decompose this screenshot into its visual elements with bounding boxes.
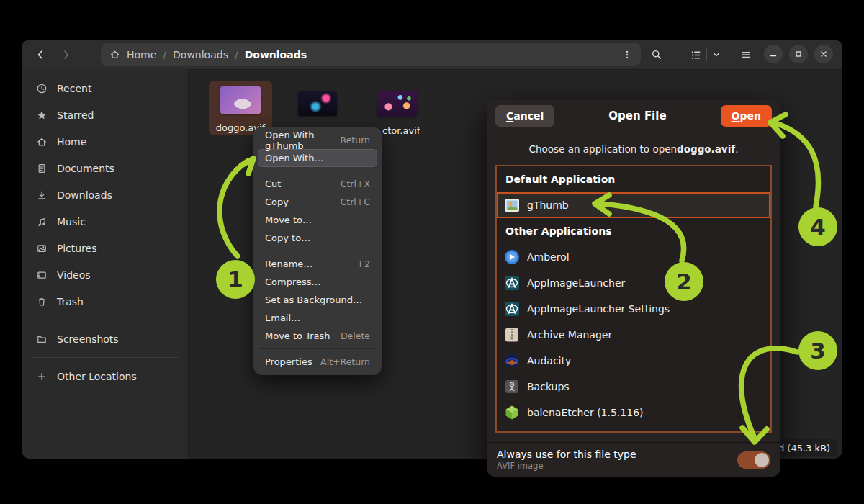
- appimagelauncher-icon: [504, 275, 520, 291]
- maximize-button[interactable]: [789, 45, 808, 63]
- app-name: Archive Manager: [527, 329, 612, 341]
- context-menu: Open With gThumbReturn Open With… CutCtr…: [253, 127, 382, 375]
- sidebar-item-pictures[interactable]: Pictures: [27, 235, 182, 261]
- menu-item-cut[interactable]: CutCtrl+X: [258, 175, 377, 193]
- home-icon: [36, 136, 48, 148]
- back-button[interactable]: [30, 45, 50, 65]
- menu-item-open-with-gthumb[interactable]: Open With gThumbReturn: [258, 131, 377, 149]
- other-applications-header: Other Applications: [497, 218, 770, 244]
- sidebar-item-trash[interactable]: Trash: [27, 288, 182, 315]
- kebab-menu-icon: [622, 49, 632, 60]
- app-name: Backups: [527, 381, 570, 392]
- menu-item-rename[interactable]: Rename…F2: [258, 255, 377, 273]
- sidebar-item-music[interactable]: Music: [27, 208, 182, 235]
- breadcrumb-parent[interactable]: Downloads: [173, 49, 228, 60]
- shortcut: F2: [359, 258, 370, 269]
- shortcut: Alt+Return: [320, 356, 370, 367]
- sidebar-item-documents[interactable]: Documents: [27, 155, 182, 181]
- sidebar-item-home[interactable]: Home: [27, 128, 182, 155]
- download-icon: [36, 189, 48, 201]
- audacity-icon: [504, 353, 520, 369]
- app-row-backups[interactable]: Backups: [497, 374, 770, 400]
- sidebar-item-recent[interactable]: Recent: [27, 75, 182, 102]
- plus-icon: [36, 371, 48, 382]
- sidebar-item-screenshots[interactable]: Screenshots: [27, 325, 182, 352]
- backups-icon: [504, 379, 520, 395]
- app-name: Amberol: [527, 251, 570, 263]
- menu-item-copy-to[interactable]: Copy to…: [258, 229, 377, 247]
- list-view-icon: [690, 49, 702, 61]
- appimagelauncher-settings-icon: [504, 301, 520, 317]
- always-use-toggle[interactable]: [737, 451, 770, 469]
- chevron-left-icon: [35, 49, 46, 60]
- dialog-title: Open File: [608, 109, 666, 122]
- menu-item-move-to-trash[interactable]: Move to TrashDelete: [258, 327, 377, 345]
- default-application-header: Default Application: [497, 166, 770, 192]
- application-list: Default Application gThumb Other Applica…: [495, 165, 772, 433]
- app-row-archive-manager[interactable]: Archive Manager: [497, 322, 770, 348]
- sidebar-item-label: Videos: [57, 269, 91, 281]
- forward-button[interactable]: [56, 45, 76, 65]
- main-menu-button[interactable]: [736, 45, 756, 65]
- hamburger-menu-icon: [740, 49, 752, 60]
- sidebar-item-label: Home: [57, 136, 86, 148]
- app-row-amberol[interactable]: Amberol: [497, 244, 770, 270]
- app-row-partial[interactable]: [497, 426, 770, 433]
- shortcut: Return: [341, 135, 370, 145]
- file-thumbnail-3[interactable]: [377, 91, 417, 117]
- chevron-right-icon: [60, 49, 72, 60]
- sidebar-item-label: Starred: [57, 109, 94, 121]
- breadcrumb-current[interactable]: Downloads: [245, 49, 307, 60]
- menu-item-copy[interactable]: CopyCtrl+C: [258, 193, 377, 211]
- cancel-button[interactable]: Cancel: [495, 105, 554, 127]
- breadcrumb[interactable]: Home / Downloads / Downloads: [101, 43, 641, 66]
- file-name: ctor.avif: [382, 125, 420, 136]
- shortcut: Ctrl+X: [341, 179, 370, 189]
- archive-manager-icon: [504, 327, 520, 343]
- sidebar-item-videos[interactable]: Videos: [27, 261, 182, 288]
- menu-item-properties[interactable]: PropertiesAlt+Return: [258, 353, 377, 371]
- search-button[interactable]: [647, 45, 667, 65]
- clock-icon: [36, 83, 48, 94]
- sidebar-item-label: Pictures: [57, 243, 96, 254]
- app-row-gthumb[interactable]: gThumb: [497, 192, 770, 218]
- dialog-footer: Always use for this file type AVIF image: [487, 442, 780, 477]
- divider: [706, 48, 707, 61]
- path-menu-button[interactable]: [622, 49, 632, 60]
- view-list-button[interactable]: [690, 49, 702, 61]
- view-options-dropdown[interactable]: [711, 50, 721, 60]
- status-text: d (45.3 kB): [778, 443, 830, 454]
- menu-item-set-as-background[interactable]: Set as Background…: [258, 291, 377, 309]
- chevron-down-icon: [711, 50, 721, 60]
- app-row-balenaetcher[interactable]: balenaEtcher (1.5.116): [497, 400, 770, 426]
- close-button[interactable]: [814, 45, 833, 63]
- app-row-appimagelauncher-settings[interactable]: AppImageLauncher Settings: [497, 296, 770, 322]
- sidebar-item-label: Downloads: [57, 189, 112, 201]
- sidebar-item-label: Screenshots: [57, 333, 119, 345]
- breadcrumb-home[interactable]: Home: [127, 49, 156, 60]
- menu-item-open-with[interactable]: Open With…: [258, 149, 377, 167]
- open-button[interactable]: Open: [721, 105, 772, 127]
- sidebar-item-starred[interactable]: Starred: [27, 102, 182, 128]
- sidebar-item-label: Trash: [57, 296, 84, 307]
- dialog-header: Cancel Open File Open: [487, 100, 780, 132]
- shortcut: Ctrl+C: [341, 197, 370, 207]
- file-thumbnail-2[interactable]: [298, 91, 337, 116]
- app-name: gThumb: [527, 199, 569, 211]
- app-row-appimagelauncher[interactable]: AppImageLauncher: [497, 270, 770, 296]
- balenaetcher-icon: [504, 405, 520, 420]
- breadcrumb-separator: /: [235, 49, 238, 60]
- menu-separator: [259, 171, 376, 171]
- menu-item-email[interactable]: Email…: [258, 309, 377, 327]
- home-icon: [109, 49, 120, 60]
- sidebar-separator: [32, 357, 178, 358]
- gthumb-icon: [504, 197, 520, 213]
- minimize-button[interactable]: [764, 45, 783, 63]
- subtitle-filename: doggo.avif: [677, 143, 735, 155]
- sidebar-item-downloads[interactable]: Downloads: [27, 181, 182, 208]
- menu-item-compress[interactable]: Compress…: [258, 273, 377, 291]
- menu-item-move-to[interactable]: Move to…: [258, 211, 377, 229]
- sidebar-item-other-locations[interactable]: Other Locations: [27, 363, 182, 390]
- shortcut: Delete: [341, 330, 370, 341]
- app-row-audacity[interactable]: Audacity: [497, 348, 770, 374]
